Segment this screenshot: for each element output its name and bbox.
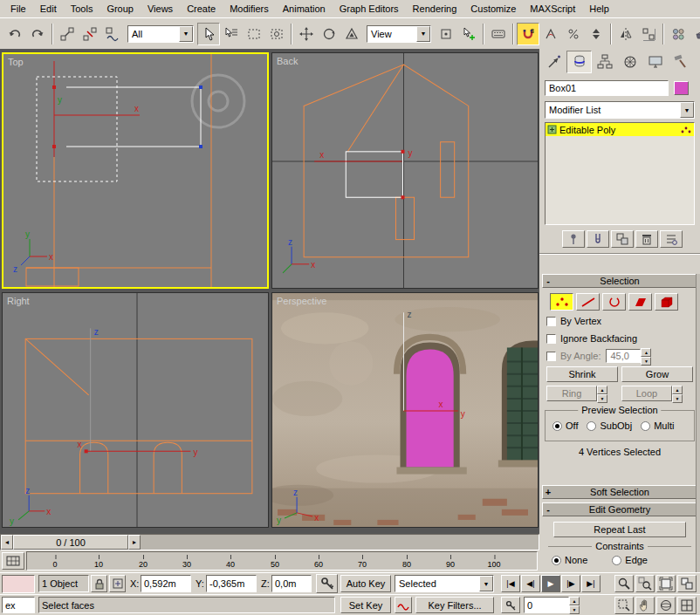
x-coord-field[interactable]: 0,592m <box>141 575 191 592</box>
chevron-down-icon[interactable]: ▼ <box>179 26 193 42</box>
window-crossing-button[interactable] <box>265 23 288 45</box>
object-color-swatch[interactable] <box>674 81 689 95</box>
viewport-back-label[interactable]: Back <box>277 56 298 66</box>
select-by-name-button[interactable] <box>220 23 243 45</box>
chevron-down-icon[interactable]: ▼ <box>479 576 493 591</box>
constraint-edge-radio[interactable] <box>612 556 621 565</box>
bind-to-spacewarp-button[interactable] <box>101 23 124 45</box>
selected-polygon[interactable] <box>407 349 454 467</box>
menu-customize[interactable]: Customize <box>463 2 523 16</box>
by-angle-spinner[interactable]: ▲▼ <box>641 348 651 364</box>
element-subobject-button[interactable] <box>655 293 678 311</box>
redo-button[interactable] <box>26 23 49 45</box>
edit-geometry-rollout-header[interactable]: - Edit Geometry <box>542 502 697 516</box>
menu-animation[interactable]: Animation <box>276 2 333 16</box>
viewport-perspective[interactable]: Perspective <box>271 292 539 528</box>
menu-tools[interactable]: Tools <box>64 2 100 16</box>
maximize-viewport-toggle[interactable] <box>677 597 697 614</box>
rectangular-selection-region-button[interactable] <box>243 23 265 45</box>
align-button[interactable] <box>637 23 660 45</box>
previous-frame-button[interactable]: ◀| <box>521 575 540 592</box>
spinner-snap-button[interactable] <box>585 23 607 45</box>
shrink-button[interactable]: Shrink <box>546 366 618 382</box>
render-setup-button[interactable] <box>690 23 700 45</box>
zoom-all-button[interactable] <box>635 575 655 592</box>
pan-view-button[interactable] <box>635 597 655 614</box>
menu-views[interactable]: Views <box>141 2 180 16</box>
ignore-backfacing-checkbox[interactable] <box>546 334 556 344</box>
viewport-back[interactable]: Back x y z x <box>271 52 539 289</box>
reference-coord-combobox[interactable]: View ▼ <box>367 25 431 43</box>
select-and-scale-button[interactable] <box>340 23 363 45</box>
soft-selection-rollout-header[interactable]: + Soft Selection <box>542 485 697 499</box>
menu-edit[interactable]: Edit <box>33 2 64 16</box>
z-coord-field[interactable]: 0,0m <box>271 575 312 592</box>
tab-create[interactable] <box>541 51 566 73</box>
preview-subobj-radio[interactable] <box>587 421 596 431</box>
preview-multi-radio-row[interactable]: Multi <box>641 420 674 431</box>
selection-filter-combobox[interactable]: All ▼ <box>127 25 194 43</box>
by-angle-checkbox[interactable] <box>546 352 556 361</box>
absolute-offset-toggle[interactable] <box>109 575 126 592</box>
ring-spinner[interactable]: ▲▼ <box>597 386 607 401</box>
loop-spinner[interactable]: ▲▼ <box>672 386 683 401</box>
angle-snap-button[interactable] <box>539 23 562 45</box>
next-frame-button[interactable]: |▶ <box>561 575 580 592</box>
use-pivot-center-button[interactable] <box>435 23 457 45</box>
grow-button[interactable]: Grow <box>621 366 693 382</box>
show-end-result-button[interactable] <box>587 230 609 248</box>
preview-off-radio[interactable] <box>552 421 562 431</box>
collapse-icon[interactable]: - <box>543 504 553 515</box>
tab-motion[interactable] <box>617 51 642 73</box>
preview-off-radio-row[interactable]: Off <box>552 420 578 431</box>
keyboard-override-button[interactable] <box>487 23 510 45</box>
arc-rotate-button[interactable] <box>656 597 676 614</box>
menu-graph-editors[interactable]: Graph Editors <box>333 2 406 16</box>
time-slider[interactable]: ◂ 0 / 100 ▸ <box>0 534 539 550</box>
tab-modify[interactable] <box>566 51 592 73</box>
ignore-backfacing-checkbox-row[interactable]: Ignore Backfacing <box>546 331 637 345</box>
modifier-list-combobox[interactable]: Modifier List ▼ <box>545 101 695 119</box>
select-and-manipulate-button[interactable] <box>457 23 480 45</box>
menu-group[interactable]: Group <box>100 2 141 16</box>
current-frame-field[interactable]: 0 <box>524 597 569 613</box>
snaps-toggle-button[interactable]: 3 <box>517 23 539 45</box>
percent-snap-button[interactable] <box>562 23 585 45</box>
slider-right-arrow[interactable]: ▸ <box>128 535 141 550</box>
select-object-button[interactable] <box>197 23 220 45</box>
menu-maxscript[interactable]: MAXScript <box>523 2 582 16</box>
unlink-selection-button[interactable] <box>79 23 101 45</box>
select-and-rotate-button[interactable] <box>318 23 340 45</box>
time-slider-handle[interactable]: 0 / 100 <box>13 535 128 550</box>
zoom-region-button[interactable] <box>614 597 634 614</box>
make-unique-button[interactable] <box>611 230 634 248</box>
select-and-link-button[interactable] <box>56 23 79 45</box>
selection-lock-toggle[interactable] <box>91 575 107 592</box>
mirror-button[interactable] <box>614 23 637 45</box>
create-key-button[interactable] <box>316 574 338 593</box>
viewport-top-label[interactable]: Top <box>8 57 24 67</box>
by-angle-row[interactable]: By Angle: 45,0 ▲▼ <box>546 349 693 363</box>
slider-left-arrow[interactable]: ◂ <box>1 535 13 550</box>
viewport-perspective-label[interactable]: Perspective <box>277 296 326 306</box>
go-to-end-button[interactable]: ▶| <box>581 575 600 592</box>
material-editor-button[interactable] <box>667 23 690 45</box>
go-to-start-button[interactable]: |◀ <box>501 575 520 592</box>
selection-set-combobox[interactable]: Selected ▼ <box>395 575 494 592</box>
open-mini-curve-editor-button[interactable] <box>2 552 24 570</box>
viewport-right-label[interactable]: Right <box>7 296 30 306</box>
key-mode-toggle[interactable] <box>501 597 520 613</box>
stack-item-editable-poly[interactable]: Editable Poly <box>546 123 694 136</box>
constraint-none-radio-row[interactable]: None <box>552 555 587 565</box>
edge-subobject-button[interactable] <box>576 293 600 311</box>
y-coord-field[interactable]: -0,365m <box>206 575 257 592</box>
polygon-subobject-button[interactable] <box>628 293 652 311</box>
loop-button[interactable]: Loop <box>621 386 672 401</box>
select-and-move-button[interactable] <box>295 23 318 45</box>
menu-rendering[interactable]: Rendering <box>406 2 464 16</box>
border-subobject-button[interactable] <box>602 293 626 311</box>
set-key-button[interactable]: Set Key <box>340 597 391 613</box>
chevron-down-icon[interactable]: ▼ <box>680 102 694 118</box>
zoom-extents-all-button[interactable] <box>677 575 697 592</box>
repeat-last-button[interactable]: Repeat Last <box>553 522 686 537</box>
